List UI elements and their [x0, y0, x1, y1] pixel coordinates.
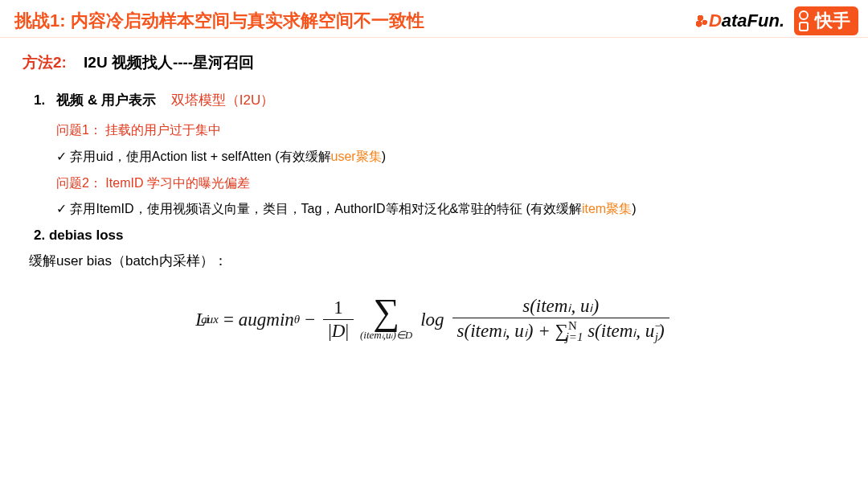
userbias-line: 缓解user bias（batch内采样）： — [29, 252, 845, 270]
formula: Liaux = augminθ − 1 |D| ∑ (itemᵢ,uᵢ)∈D l… — [23, 294, 845, 345]
outline-list: 1. 视频 & 用户表示 双塔模型（I2U） 问题1： 挂载的用户过于集中 ✓ … — [23, 91, 845, 270]
method-label: 方法2: — [23, 54, 67, 71]
main-frac: s(itemᵢ, uᵢ) s(itemᵢ, uᵢ) + ∑Nj=1 s(item… — [452, 294, 669, 345]
method-name: I2U 视频找人----星河召回 — [84, 54, 254, 71]
point1-heading: 1. 视频 & 用户表示 双塔模型（I2U） — [34, 91, 845, 109]
bullet1: ✓ 弃用uid，使用Action list + selfAtten (有效缓解u… — [56, 144, 845, 170]
frac-1-over-D: 1 |D| — [323, 297, 354, 342]
sigma-icon: ∑ — [373, 297, 399, 327]
point2-heading: 2. debias loss — [34, 228, 845, 244]
slide-header: 挑战1: 内容冷启动样本空间与真实求解空间不一致性 DataFun. 快手 — [0, 0, 868, 38]
point1-body: 问题1： 挂载的用户过于集中 ✓ 弃用uid，使用Action list + s… — [34, 117, 845, 223]
question2: 问题2： ItemID 学习中的曝光偏差 — [56, 170, 845, 197]
method-heading: 方法2: I2U 视频找人----星河召回 — [23, 52, 845, 73]
bullet2: ✓ 弃用ItemID，使用视频语义向量，类目，Tag，AuthorID等相对泛化… — [56, 196, 845, 223]
question1: 问题1： 挂载的用户过于集中 — [56, 117, 845, 144]
slide-content: 方法2: I2U 视频找人----星河召回 1. 视频 & 用户表示 双塔模型（… — [0, 38, 868, 345]
kuaishou-icon — [799, 10, 809, 31]
kuaishou-logo: 快手 — [794, 6, 858, 35]
sigma-sum: ∑ (itemᵢ,uᵢ)∈D — [360, 297, 412, 342]
datafun-logo: DataFun. — [696, 10, 784, 31]
slide-title: 挑战1: 内容冷启动样本空间与真实求解空间不一致性 — [14, 9, 424, 33]
logo-group: DataFun. 快手 — [696, 6, 858, 35]
